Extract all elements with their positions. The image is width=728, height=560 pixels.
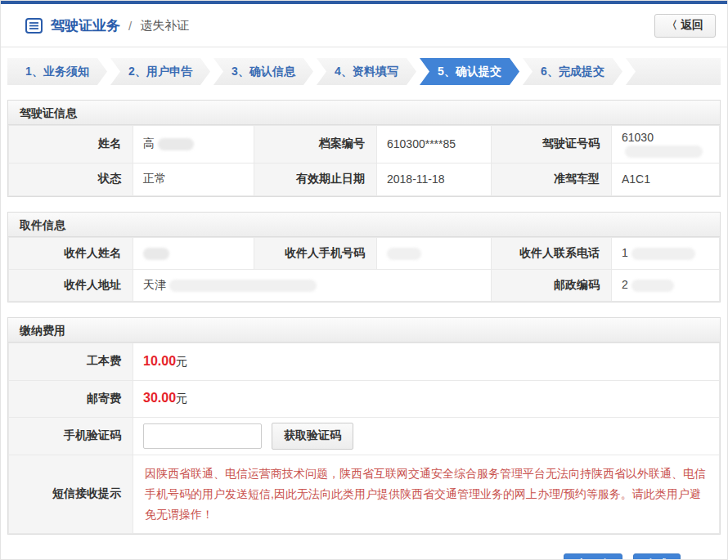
redacted-value xyxy=(625,146,703,158)
redacted-value xyxy=(387,248,421,260)
steps-bar: 1、业务须知 2、用户申告 3、确认信息 4、资料填写 5、确认提交 6、完成提… xyxy=(7,58,721,85)
back-button-label: 返回 xyxy=(681,18,703,33)
previous-step-button[interactable]: 上一步 xyxy=(564,553,622,560)
postal-code-label: 邮政编码 xyxy=(492,269,612,301)
table-row: 收件人地址 天津 邮政编码 2 xyxy=(9,269,720,301)
recipient-mobile-value xyxy=(377,237,492,269)
name-label: 姓名 xyxy=(9,126,133,164)
vehicle-class-label: 准驾车型 xyxy=(492,163,612,195)
recipient-address-label: 收件人地址 xyxy=(9,269,133,301)
mailing-fee-value: 30.00元 xyxy=(133,380,720,417)
production-fee-label: 工本费 xyxy=(9,343,133,380)
redacted-value xyxy=(169,280,317,292)
file-number-label: 档案编号 xyxy=(254,126,377,164)
step-4-fill-materials: 4、资料填写 xyxy=(317,58,416,85)
production-fee-value: 10.00元 xyxy=(133,343,720,380)
breadcrumb-separator: / xyxy=(128,19,132,33)
pickup-info-table: 收件人姓名 收件人手机号码 收件人联系电话 1 收件人地址 天津 邮政编码 2 xyxy=(8,237,720,302)
table-row: 状态 正常 有效期止日期 2018-11-18 准驾车型 A1C1 xyxy=(9,163,720,195)
footer-actions: 上一步 完成 xyxy=(1,535,727,560)
breadcrumb-current: 遗失补证 xyxy=(140,18,189,34)
page-header: 驾驶证业务 / 遗失补证 〈 返回 xyxy=(1,4,727,47)
redacted-value xyxy=(143,248,169,260)
list-icon xyxy=(25,18,43,34)
sms-code-input[interactable] xyxy=(143,423,262,449)
pickup-section-title: 取件信息 xyxy=(8,213,720,237)
license-info-section: 驾驶证信息 姓名 高 档案编号 610300****85 驾驶证号码 61030… xyxy=(7,100,721,197)
sms-notice-cell: 因陕西省联通、电信运营商技术问题，陕西省互联网交通安全综合服务管理平台无法向持陕… xyxy=(133,455,720,533)
get-sms-code-button[interactable]: 获取验证码 xyxy=(272,423,353,450)
mailing-fee-label: 邮寄费 xyxy=(9,380,133,417)
redacted-value xyxy=(158,138,194,150)
recipient-phone-label: 收件人联系电话 xyxy=(492,237,612,269)
payment-table: 工本费 10.00元 邮寄费 30.00元 手机验证码 获取验证码 短信接收提示… xyxy=(8,343,720,534)
license-info-table: 姓名 高 档案编号 610300****85 驾驶证号码 61030 状态 正常… xyxy=(8,125,720,196)
postal-code-value: 2 xyxy=(612,269,720,301)
recipient-address-value: 天津 xyxy=(133,269,492,301)
step-3-confirm-info: 3、确认信息 xyxy=(213,58,313,85)
back-button[interactable]: 〈 返回 xyxy=(654,14,716,38)
step-5-confirm-submit: 5、确认提交 xyxy=(420,58,519,85)
steps-filler xyxy=(626,58,721,85)
table-row: 手机验证码 获取验证码 xyxy=(9,417,720,455)
pickup-info-section: 取件信息 收件人姓名 收件人手机号码 收件人联系电话 1 收件人地址 天津 邮政… xyxy=(7,212,721,302)
recipient-name-label: 收件人姓名 xyxy=(9,237,133,269)
sms-code-cell: 获取验证码 xyxy=(133,417,720,455)
redacted-value xyxy=(631,248,695,260)
page-title: 驾驶证业务 xyxy=(51,16,120,35)
sms-notice-label: 短信接收提示 xyxy=(9,455,133,533)
table-row: 工本费 10.00元 xyxy=(9,343,720,380)
vehicle-class-value: A1C1 xyxy=(612,163,720,195)
chevron-left-icon: 〈 xyxy=(667,18,677,33)
recipient-phone-value: 1 xyxy=(612,237,720,269)
status-value: 正常 xyxy=(133,163,254,195)
expiry-date-label: 有效期止日期 xyxy=(254,163,377,195)
table-row: 姓名 高 档案编号 610300****85 驾驶证号码 61030 xyxy=(9,126,720,164)
payment-section-title: 缴纳费用 xyxy=(8,318,720,343)
step-2-user-declaration: 2、用户申告 xyxy=(110,58,210,85)
step-6-complete-submit: 6、完成提交 xyxy=(523,58,622,85)
expiry-date-value: 2018-11-18 xyxy=(377,163,492,195)
redacted-value xyxy=(631,280,674,292)
table-row: 邮寄费 30.00元 xyxy=(9,380,720,417)
status-label: 状态 xyxy=(9,163,133,195)
finish-button[interactable]: 完成 xyxy=(633,553,681,560)
payment-section: 缴纳费用 工本费 10.00元 邮寄费 30.00元 手机验证码 获取验证码 短… xyxy=(7,317,721,535)
license-number-value: 61030 xyxy=(612,126,720,164)
sms-code-label: 手机验证码 xyxy=(9,417,133,455)
recipient-mobile-label: 收件人手机号码 xyxy=(254,237,377,269)
step-1-business-notice: 1、业务须知 xyxy=(7,58,107,85)
table-row: 短信接收提示 因陕西省联通、电信运营商技术问题，陕西省互联网交通安全综合服务管理… xyxy=(9,455,720,533)
recipient-name-value xyxy=(133,237,254,269)
file-number-value: 610300****85 xyxy=(377,126,492,164)
sms-notice-text: 因陕西省联通、电信运营商技术问题，陕西省互联网交通安全综合服务管理平台无法向持陕… xyxy=(145,464,708,525)
license-number-label: 驾驶证号码 xyxy=(492,126,612,164)
license-section-title: 驾驶证信息 xyxy=(8,101,720,125)
table-row: 收件人姓名 收件人手机号码 收件人联系电话 1 xyxy=(9,237,720,269)
name-value: 高 xyxy=(133,126,254,164)
